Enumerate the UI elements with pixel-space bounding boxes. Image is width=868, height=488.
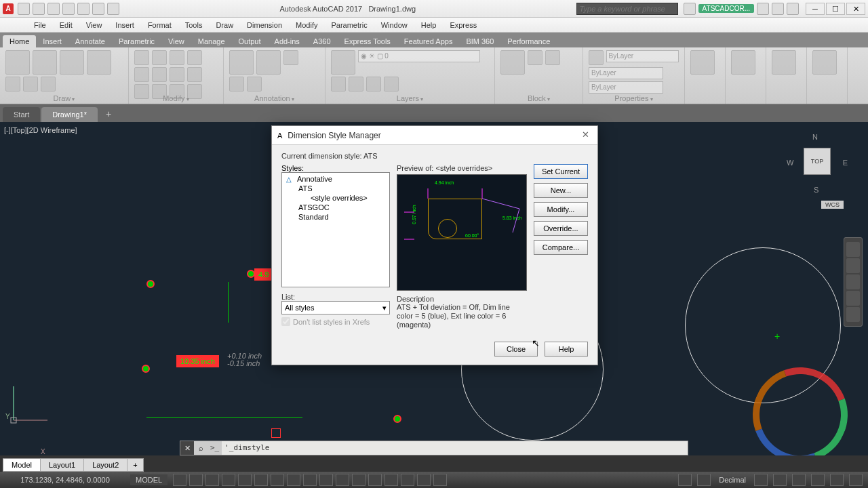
coordinates[interactable]: 173.1239, 24.4846, 0.0000	[4, 476, 126, 484]
style-item-atsgoc[interactable]: ATSGOC	[283, 203, 388, 212]
dynucs-icon[interactable]	[352, 474, 366, 486]
exchange-icon[interactable]	[757, 3, 769, 15]
layer-tool[interactable]	[349, 77, 363, 92]
layer-tool[interactable]	[366, 77, 381, 92]
units-display[interactable]: Decimal	[715, 476, 750, 484]
tab-layout1[interactable]: Layout1	[41, 459, 84, 471]
modify-tool[interactable]	[170, 67, 184, 82]
line-icon[interactable]	[5, 50, 30, 75]
tab-layout2[interactable]: Layout2	[84, 459, 127, 471]
showmotion-icon[interactable]	[846, 307, 860, 322]
annot-monitor-icon[interactable]	[697, 474, 711, 486]
arc-icon[interactable]	[87, 50, 111, 75]
menu-draw[interactable]: Draw	[209, 21, 240, 29]
otrack-icon[interactable]	[271, 474, 284, 486]
signin-icon[interactable]	[684, 3, 696, 15]
tab-insert[interactable]: Insert	[36, 35, 68, 47]
viewcube-s[interactable]: S	[814, 186, 818, 194]
measure-icon[interactable]	[731, 50, 755, 75]
style-item-standard[interactable]: Standard	[283, 212, 388, 222]
color-combo[interactable]: ByLayer	[606, 50, 679, 62]
qat-open-icon[interactable]	[33, 3, 45, 15]
menu-file[interactable]: File	[27, 21, 53, 29]
point-marker[interactable]	[393, 415, 401, 423]
lineweight-icon[interactable]	[287, 474, 300, 486]
compare-button[interactable]: Compare...	[534, 240, 588, 255]
leader-icon[interactable]	[283, 50, 298, 65]
tab-model[interactable]: Model	[3, 459, 41, 471]
xrefs-checkbox[interactable]: Don't list styles in Xrefs	[281, 317, 390, 326]
tab-view[interactable]: View	[161, 35, 191, 47]
ortho-icon[interactable]	[205, 474, 219, 486]
transparency-icon[interactable]	[303, 474, 317, 486]
table-icon[interactable]	[247, 77, 262, 92]
app-icon[interactable]: A	[3, 3, 14, 14]
layer-icon[interactable]	[331, 50, 355, 75]
dimension-line[interactable]	[146, 417, 302, 418]
user-badge[interactable]: ATSCADCOR...	[698, 4, 754, 13]
style-item-overrides[interactable]: <style overrides>	[283, 193, 388, 203]
qat-save-icon[interactable]	[47, 3, 60, 15]
viewcube[interactable]: N S E W TOP	[787, 133, 848, 194]
viewcube-n[interactable]: N	[812, 133, 818, 141]
color-icon[interactable]	[589, 50, 604, 65]
dimension-icon[interactable]	[256, 50, 281, 75]
dimension-text[interactable]: 4.9	[254, 268, 273, 281]
point-marker[interactable]	[146, 280, 155, 288]
modify-tool[interactable]	[152, 50, 167, 65]
annot-scale-icon[interactable]	[433, 474, 447, 486]
tab-add-layout[interactable]: +	[127, 459, 142, 471]
group-icon[interactable]	[690, 50, 715, 75]
tab-express[interactable]: Express Tools	[338, 35, 397, 47]
tab-output[interactable]: Output	[232, 35, 268, 47]
menu-tools[interactable]: Tools	[178, 21, 210, 29]
customize-icon[interactable]	[849, 474, 863, 486]
zoom-icon[interactable]	[846, 274, 860, 289]
command-input[interactable]: '_dimstyle	[222, 441, 688, 455]
minimize-button[interactable]: ─	[806, 3, 825, 15]
pan-icon[interactable]	[846, 258, 860, 273]
viewcube-w[interactable]: W	[787, 159, 793, 167]
panel-annotation-title[interactable]: Annotation	[224, 94, 325, 102]
qat-redo-icon[interactable]	[107, 3, 119, 15]
draw-tool[interactable]	[23, 77, 38, 92]
style-item-ats[interactable]: ATS	[283, 184, 388, 193]
center-mark[interactable]: +	[774, 331, 780, 342]
layer-tool[interactable]	[384, 77, 399, 92]
panel-layers-title[interactable]: Layers	[326, 94, 494, 102]
panel-properties-title[interactable]: Properties	[583, 94, 684, 102]
filetab-drawing[interactable]: Drawing1*	[41, 107, 98, 122]
snap-icon[interactable]	[189, 474, 203, 486]
tab-featured[interactable]: Featured Apps	[397, 35, 460, 47]
modify-button[interactable]: Modify...	[534, 202, 588, 217]
dialog-close-icon[interactable]: ✕	[578, 129, 592, 142]
tab-annotate[interactable]: Annotate	[68, 35, 112, 47]
menu-dimension[interactable]: Dimension	[240, 21, 289, 29]
panel-modify-title[interactable]: Modify	[129, 94, 223, 102]
close-button[interactable]: ✕	[846, 3, 865, 15]
panel-block-title[interactable]: Block	[495, 94, 583, 102]
block-tool[interactable]	[545, 50, 560, 65]
tab-performance[interactable]: Performance	[500, 35, 557, 47]
menu-insert[interactable]: Insert	[108, 21, 141, 29]
wheel-icon[interactable]	[846, 242, 860, 257]
point-marker[interactable]	[142, 365, 150, 373]
isodraft-icon[interactable]	[238, 474, 252, 486]
hardware-icon[interactable]	[811, 474, 825, 486]
modify-tool[interactable]	[187, 50, 202, 65]
filetab-start[interactable]: Start	[3, 107, 40, 122]
base-icon[interactable]	[812, 50, 837, 75]
filetab-add[interactable]: +	[99, 106, 118, 122]
menu-window[interactable]: Window	[374, 21, 414, 29]
qat-saveas-icon[interactable]	[62, 3, 75, 15]
annot-autoscale-icon[interactable]	[417, 474, 431, 486]
layer-tool[interactable]	[331, 77, 346, 92]
workspace-icon[interactable]	[678, 474, 692, 486]
ann-tool[interactable]	[229, 77, 244, 92]
cycling-icon[interactable]	[319, 474, 333, 486]
viewcube-e[interactable]: E	[843, 159, 848, 167]
menu-express[interactable]: Express	[443, 21, 484, 29]
cmdline-search-icon[interactable]: ⌕	[194, 441, 208, 455]
new-button[interactable]: New...	[534, 183, 588, 198]
qat-undo-icon[interactable]	[92, 3, 104, 15]
